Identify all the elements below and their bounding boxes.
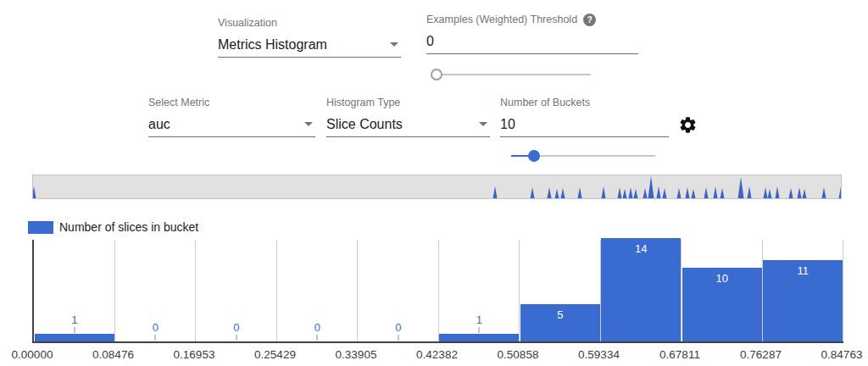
visualization-value: Metrics Histogram bbox=[218, 37, 327, 53]
x-tick-label: 0.84763 bbox=[821, 348, 863, 361]
bar-value-label: 14 bbox=[635, 242, 647, 255]
slider-track[interactable] bbox=[431, 74, 591, 75]
slice-mark bbox=[548, 187, 552, 198]
slice-mark bbox=[561, 188, 565, 198]
x-tick-label: 0.67811 bbox=[659, 348, 700, 361]
settings-button[interactable] bbox=[678, 115, 698, 135]
select-metric-dropdown[interactable]: Select Metric auc bbox=[148, 97, 315, 137]
slice-mark bbox=[643, 188, 648, 198]
slice-mark bbox=[648, 176, 654, 198]
x-tick-label: 0.59334 bbox=[578, 348, 620, 361]
visualization-label: Visualization bbox=[218, 17, 401, 30]
annotation-stem bbox=[398, 335, 398, 341]
slice-mark bbox=[822, 187, 826, 198]
histogram-bar[interactable] bbox=[35, 334, 114, 341]
chevron-down-icon[interactable] bbox=[390, 42, 398, 47]
bar-value-label: 10 bbox=[716, 272, 728, 285]
x-tick-label: 0.42382 bbox=[416, 348, 458, 361]
slice-mark bbox=[803, 189, 807, 198]
x-tick-label: 0.16953 bbox=[174, 348, 215, 361]
examples-threshold-field[interactable]: Examples (Weighted) Threshold ? 0 bbox=[426, 14, 638, 54]
x-tick-label: 0.50858 bbox=[498, 348, 539, 361]
x-tick-label: 0.33905 bbox=[336, 348, 377, 361]
annotation-stem bbox=[74, 327, 75, 333]
slice-mark bbox=[657, 186, 661, 198]
slice-mark bbox=[776, 186, 780, 198]
slice-mark bbox=[555, 189, 559, 198]
slice-mark bbox=[748, 186, 752, 198]
x-tick-label: 0.00000 bbox=[12, 348, 53, 361]
num-buckets-label: Number of Buckets bbox=[500, 97, 669, 109]
bar-value-label: 0 bbox=[233, 321, 239, 334]
annotation-stem bbox=[317, 335, 318, 341]
x-axis-labels: 0.000000.084760.169530.254290.339050.423… bbox=[32, 348, 843, 362]
bar-value-label: 1 bbox=[71, 313, 77, 326]
slice-mark bbox=[789, 188, 793, 198]
slider-handle[interactable] bbox=[431, 69, 442, 80]
x-tick-label: 0.76287 bbox=[740, 348, 782, 361]
examples-threshold-label: Examples (Weighted) Threshold bbox=[426, 14, 577, 26]
slice-mark bbox=[33, 186, 36, 198]
slice-mark bbox=[623, 189, 627, 198]
slice-mark bbox=[714, 186, 718, 198]
slice-mark bbox=[839, 186, 842, 198]
num-buckets-field[interactable]: Number of Buckets 10 bbox=[500, 97, 669, 137]
num-buckets-slider[interactable] bbox=[511, 149, 655, 163]
slice-mark bbox=[764, 187, 768, 198]
bar-value-label: 0 bbox=[314, 321, 320, 334]
legend-swatch bbox=[28, 221, 53, 234]
slice-mark bbox=[629, 187, 633, 198]
slice-overview-strip[interactable] bbox=[32, 175, 842, 199]
slice-mark bbox=[602, 186, 606, 198]
gridline bbox=[438, 240, 439, 341]
bar-value-label: 0 bbox=[153, 321, 159, 334]
gear-icon bbox=[678, 115, 698, 135]
slice-mark bbox=[618, 187, 622, 198]
slice-mark bbox=[738, 177, 744, 198]
chart-legend: Number of slices in bucket bbox=[28, 220, 198, 234]
slice-mark bbox=[721, 188, 725, 198]
slice-mark bbox=[798, 187, 802, 198]
histogram-type-value: Slice Counts bbox=[326, 117, 403, 132]
select-metric-value: auc bbox=[148, 117, 170, 132]
slice-mark bbox=[578, 187, 582, 198]
gridline bbox=[195, 240, 196, 341]
select-metric-label: Select Metric bbox=[148, 97, 315, 109]
examples-threshold-slider[interactable] bbox=[431, 68, 591, 81]
slice-mark bbox=[768, 189, 772, 198]
histogram-type-dropdown[interactable]: Histogram Type Slice Counts bbox=[326, 97, 490, 137]
question-mark-icon[interactable]: ? bbox=[583, 14, 596, 26]
slice-mark bbox=[531, 187, 535, 198]
num-buckets-value: 10 bbox=[500, 117, 515, 132]
visualization-dropdown[interactable]: Visualization Metrics Histogram bbox=[218, 17, 401, 58]
slice-mark bbox=[663, 188, 667, 198]
annotation-stem bbox=[155, 335, 156, 341]
gridline bbox=[114, 240, 115, 341]
annotation-stem bbox=[236, 335, 236, 341]
x-tick-label: 0.25429 bbox=[254, 348, 296, 361]
gridline bbox=[357, 240, 358, 341]
slice-density-marks bbox=[33, 175, 841, 198]
x-tick-label: 0.08476 bbox=[92, 348, 134, 361]
chevron-down-icon[interactable] bbox=[304, 122, 313, 126]
bar-value-label: 0 bbox=[395, 321, 401, 334]
slider-handle[interactable] bbox=[528, 150, 540, 162]
slice-mark bbox=[634, 189, 638, 198]
histogram-type-label: Histogram Type bbox=[326, 97, 490, 109]
slice-mark bbox=[677, 188, 682, 198]
bar-value-label: 11 bbox=[798, 264, 810, 277]
examples-threshold-value: 0 bbox=[426, 34, 434, 49]
tfma-metrics-histogram-panel: Visualization Metrics Histogram Examples… bbox=[0, 0, 868, 366]
histogram-bar[interactable] bbox=[439, 334, 519, 341]
slice-mark bbox=[493, 186, 498, 198]
slice-mark bbox=[704, 187, 709, 198]
gridline bbox=[276, 240, 277, 341]
bar-value-label: 1 bbox=[476, 313, 482, 326]
histogram-plot-area: 1000015141011 bbox=[32, 240, 843, 343]
annotation-stem bbox=[479, 327, 480, 333]
legend-label: Number of slices in bucket bbox=[59, 220, 198, 234]
slice-mark bbox=[692, 189, 696, 198]
chevron-down-icon[interactable] bbox=[479, 122, 487, 126]
bar-value-label: 5 bbox=[557, 308, 563, 321]
slice-mark bbox=[686, 187, 690, 198]
